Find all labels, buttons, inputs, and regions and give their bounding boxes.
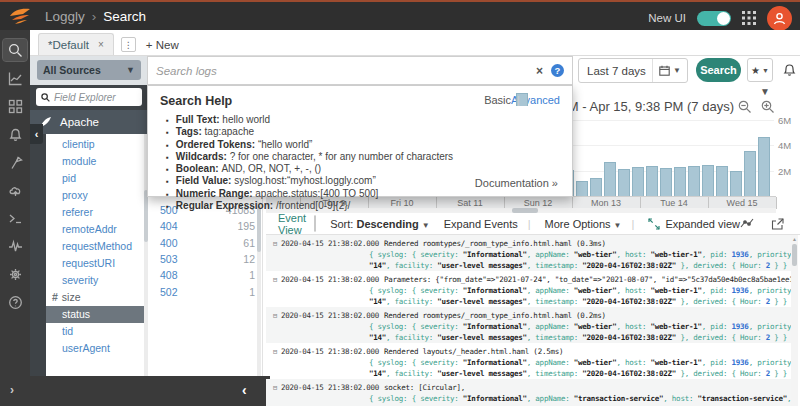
expanded-view-button[interactable]: Expanded view <box>648 218 740 230</box>
value-row-408[interactable]: 4081 <box>151 267 255 283</box>
saved-searches-button[interactable]: ★ ▼ <box>747 58 773 82</box>
collapse-event-icon[interactable]: ⊟ <box>273 348 277 356</box>
field-item-proxy[interactable]: proxy <box>46 187 144 204</box>
field-item-referer[interactable]: referer <box>46 204 144 221</box>
volume-bar[interactable] <box>604 162 616 196</box>
values-scrollbar[interactable] <box>257 202 261 376</box>
value-row-503[interactable]: 50312 <box>151 251 255 267</box>
help-mode-basic[interactable]: Basic <box>484 94 511 106</box>
alerts-bell-button[interactable] <box>779 58 799 82</box>
volume-bar[interactable] <box>744 151 756 196</box>
close-icon[interactable]: × <box>536 64 543 78</box>
documentation-link[interactable]: Documentation » <box>475 177 558 189</box>
volume-bar[interactable] <box>730 171 742 196</box>
nav-search-icon[interactable] <box>3 39 27 61</box>
list-view-icon[interactable] <box>315 216 316 231</box>
calendar-icon <box>659 65 670 76</box>
nav-charts-icon[interactable] <box>0 64 30 92</box>
panel-collapse-chevron-icon[interactable]: ‹ <box>242 382 247 398</box>
field-item-userAgent[interactable]: userAgent <box>46 340 144 357</box>
sort-dropdown[interactable]: Sort: Descending▼ <box>330 218 430 230</box>
field-item-clientip[interactable]: clientip <box>46 136 144 153</box>
search-logs-input[interactable]: Search logs × ? <box>147 56 573 85</box>
nav-dashboards-icon[interactable] <box>0 92 30 120</box>
field-explorer-search-input[interactable]: Field Explorer <box>36 88 142 106</box>
event-json-line: { syslog: { severity: "Informational", a… <box>369 357 785 368</box>
volume-bar[interactable] <box>674 167 686 196</box>
log-event-row[interactable]: ⊟2020-04-15 21:38:02.000socket: [Circula… <box>266 379 791 406</box>
search-icon <box>41 93 50 102</box>
event-message: socket: [Circular], <box>384 383 465 392</box>
log-event-row[interactable]: ⊟2020-04-15 21:38:02.000Rendered roomtyp… <box>266 307 791 343</box>
tab-bar: *Default × ⋮ + New <box>30 30 800 56</box>
volume-bar[interactable] <box>576 181 588 196</box>
collapse-event-icon[interactable]: ⊟ <box>273 276 277 284</box>
time-range-label: Last 7 days <box>579 65 646 77</box>
tab-options-icon[interactable]: ⋮ <box>121 37 136 52</box>
nav-pulse-icon[interactable] <box>0 232 30 260</box>
all-sources-dropdown[interactable]: All Sources ▼ <box>37 60 141 80</box>
nav-archive-cloud-icon[interactable] <box>0 176 30 204</box>
nav-source-setup-icon[interactable] <box>0 148 30 176</box>
more-options-dropdown[interactable]: More Options▼ <box>545 218 622 230</box>
y-axis-label: 6M <box>778 115 798 126</box>
sources-row: All Sources ▼ <box>30 56 148 85</box>
volume-bar[interactable] <box>632 167 644 196</box>
field-item-size[interactable]: #size <box>46 289 144 306</box>
new-ui-label: New UI <box>648 12 686 24</box>
event-list-scrollbar[interactable]: ▲ <box>791 235 798 406</box>
help-badge-icon[interactable]: ? <box>551 64 564 77</box>
field-item-requestURI[interactable]: requestURI <box>46 255 144 272</box>
expand-events-button[interactable]: Expand Events <box>444 218 518 230</box>
collapse-event-icon[interactable]: ⊟ <box>273 384 277 392</box>
field-item-remoteAddr[interactable]: remoteAddr <box>46 221 144 238</box>
user-avatar[interactable] <box>767 6 792 31</box>
chart-toggle-icon[interactable] <box>740 218 754 229</box>
y-axis-label: 2M <box>778 166 798 177</box>
field-item-module[interactable]: module <box>46 153 144 170</box>
event-json-line: { syslog: { severity: "Informational", a… <box>369 393 785 404</box>
tab-default[interactable]: *Default × <box>38 33 114 55</box>
volume-bar[interactable] <box>618 169 630 196</box>
help-item: Numeric Range: apache.status:[400 TO 500… <box>166 188 560 200</box>
value-row-400[interactable]: 40061 <box>151 235 255 251</box>
new-ui-toggle[interactable] <box>697 11 731 26</box>
value-row-404[interactable]: 404195 <box>151 218 255 234</box>
volume-bar[interactable] <box>660 168 672 196</box>
field-item-severity[interactable]: severity <box>46 272 144 289</box>
volume-bar[interactable] <box>646 166 658 196</box>
collapse-event-icon[interactable]: ⊟ <box>273 240 277 248</box>
field-item-tid[interactable]: tid <box>46 323 144 340</box>
volume-bar[interactable] <box>688 166 700 196</box>
log-event-row[interactable]: ⊟2020-04-15 21:38:02.000Rendered roomtyp… <box>266 235 791 271</box>
export-icon[interactable] <box>771 218 784 230</box>
volume-bar[interactable] <box>758 137 770 196</box>
breadcrumb-brand[interactable]: Loggly <box>45 9 85 24</box>
loggly-search-page: Loggly›Search New UI <box>0 0 800 406</box>
new-tab-button[interactable]: + New <box>146 39 179 51</box>
field-item-status[interactable]: status <box>46 306 144 323</box>
volume-bar[interactable] <box>590 178 602 196</box>
collapse-event-icon[interactable]: ⊟ <box>273 312 277 320</box>
time-range-dropdown[interactable]: Last 7 days ▼ <box>578 58 688 83</box>
log-event-row[interactable]: ⊟2020-04-15 21:38:02.000Parameters: {"fr… <box>266 271 791 307</box>
volume-bar[interactable] <box>702 165 714 196</box>
search-button[interactable]: Search <box>696 58 741 82</box>
field-group-apache[interactable]: Apache <box>30 110 148 134</box>
rail-expand-chevron-icon[interactable]: › <box>10 383 14 397</box>
tab-close-icon[interactable]: × <box>98 39 104 50</box>
nav-alerts-icon[interactable] <box>0 120 30 148</box>
app-grid-icon[interactable] <box>742 11 756 25</box>
event-message: Rendered roomtypes/_room_type_info.html.… <box>384 239 606 248</box>
expand-icon <box>648 218 660 230</box>
nav-settings-gear-icon[interactable] <box>0 260 30 288</box>
log-event-row[interactable]: ⊟2020-04-15 21:38:02.000Rendered layouts… <box>266 343 791 379</box>
volume-bar[interactable] <box>716 166 728 196</box>
field-item-requestMethod[interactable]: requestMethod <box>46 238 144 255</box>
field-item-pid[interactable]: pid <box>46 170 144 187</box>
breadcrumb-separator: › <box>92 9 97 24</box>
value-row-502[interactable]: 5021 <box>151 284 255 300</box>
nav-help-icon[interactable] <box>0 288 30 316</box>
nav-terminal-icon[interactable] <box>0 204 30 232</box>
panel-collapse-handle[interactable]: ‹ <box>30 124 43 144</box>
